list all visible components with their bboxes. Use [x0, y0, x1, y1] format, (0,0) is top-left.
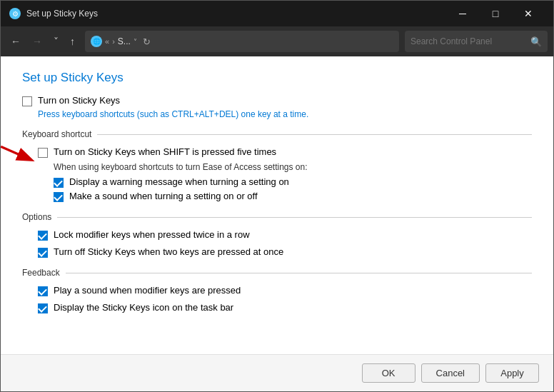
make-sound-checkbox[interactable]	[54, 192, 64, 202]
shortcut-label: Turn on Sticky Keys when SHIFT is presse…	[54, 146, 276, 157]
feedback-label: Feedback	[22, 268, 60, 278]
close-button[interactable]: ✕	[512, 1, 545, 26]
shortcut-checkbox[interactable]	[38, 148, 48, 158]
turn-on-section: Turn on Sticky Keys Press keyboard short…	[22, 95, 532, 119]
ok-button[interactable]: OK	[362, 363, 416, 383]
forward-button[interactable]: →	[28, 33, 46, 50]
content-area: Set up Sticky Keys Turn on Sticky Keys P…	[1, 56, 553, 354]
options-label: Options	[22, 212, 51, 222]
apply-button[interactable]: Apply	[485, 363, 539, 383]
address-arrow: ›	[112, 37, 115, 46]
make-sound-label: Make a sound when turning a setting on o…	[69, 191, 258, 201]
back-button[interactable]: ←	[6, 33, 25, 50]
address-dropdown-icon[interactable]: ˅	[134, 38, 137, 46]
play-sound-label: Play a sound when modifier keys are pres…	[54, 285, 241, 296]
when-using-label: When using keyboard shortcuts to turn Ea…	[54, 162, 532, 172]
hint-text: Press keyboard shortcuts (such as CTRL+A…	[38, 109, 532, 119]
divider-line-2	[57, 217, 532, 218]
address-chevrons: «	[105, 37, 109, 46]
feedback-section: Play a sound when modifier keys are pres…	[38, 285, 532, 313]
feedback-divider: Feedback	[22, 268, 532, 278]
turn-on-checkbox[interactable]	[22, 96, 32, 106]
search-input[interactable]	[411, 36, 526, 46]
keyboard-shortcut-section: Turn on Sticky Keys when SHIFT is presse…	[38, 146, 532, 202]
turn-off-sticky-row: Turn off Sticky Keys when two keys are p…	[38, 246, 532, 258]
display-icon-label: Display the Sticky Keys icon on the task…	[54, 302, 233, 313]
search-icon: 🔍	[530, 36, 542, 47]
play-sound-checkbox[interactable]	[38, 286, 48, 296]
address-bar: 🌐 « › S... ˅ ↻	[85, 31, 399, 52]
address-text: S...	[118, 36, 131, 46]
maximize-button[interactable]: □	[479, 1, 512, 26]
window-controls: ─ □ ✕	[446, 1, 545, 26]
turn-on-label: Turn on Sticky Keys	[38, 95, 120, 106]
shortcut-row: Turn on Sticky Keys when SHIFT is presse…	[38, 146, 532, 158]
refresh-button[interactable]: ↻	[143, 36, 151, 47]
turn-off-sticky-label: Turn off Sticky Keys when two keys are p…	[54, 246, 283, 257]
minimize-button[interactable]: ─	[446, 1, 479, 26]
address-globe-icon: 🌐	[91, 36, 102, 47]
keyboard-shortcut-divider: Keyboard shortcut	[22, 129, 532, 139]
turn-on-row: Turn on Sticky Keys	[22, 95, 532, 106]
lock-modifier-checkbox[interactable]	[38, 231, 48, 241]
up-button[interactable]: ↑	[66, 33, 79, 50]
lock-modifier-row: Lock modifier keys when pressed twice in…	[38, 229, 532, 241]
window-icon: ⚙	[9, 8, 21, 19]
display-warning-checkbox[interactable]	[54, 178, 64, 188]
turn-off-sticky-checkbox[interactable]	[38, 248, 48, 258]
display-icon-row: Display the Sticky Keys icon on the task…	[38, 302, 532, 313]
divider-line-3	[66, 273, 532, 273]
red-arrow-icon	[1, 143, 36, 166]
lock-modifier-label: Lock modifier keys when pressed twice in…	[54, 229, 250, 240]
svg-line-1	[1, 146, 31, 159]
options-section: Lock modifier keys when pressed twice in…	[38, 229, 532, 258]
nav-bar: ← → ˅ ↑ 🌐 « › S... ˅ ↻ 🔍	[1, 26, 553, 56]
display-icon-checkbox[interactable]	[38, 303, 48, 313]
search-bar[interactable]: 🔍	[405, 31, 548, 52]
recent-button[interactable]: ˅	[49, 33, 63, 50]
title-bar: ⚙ Set up Sticky Keys ─ □ ✕	[1, 1, 553, 26]
play-sound-row: Play a sound when modifier keys are pres…	[38, 285, 532, 296]
display-warning-label: Display a warning message when turning a…	[69, 176, 289, 187]
display-warning-row: Display a warning message when turning a…	[54, 176, 532, 188]
footer: OK Cancel Apply	[1, 354, 553, 391]
make-sound-row: Make a sound when turning a setting on o…	[54, 191, 532, 202]
divider-line-1	[97, 134, 532, 135]
page-title: Set up Sticky Keys	[22, 71, 532, 85]
window-title: Set up Sticky Keys	[26, 9, 446, 19]
cancel-button[interactable]: Cancel	[421, 363, 480, 383]
main-window: ⚙ Set up Sticky Keys ─ □ ✕ ← → ˅ ↑ 🌐 « ›…	[0, 0, 554, 392]
keyboard-shortcut-label: Keyboard shortcut	[22, 129, 91, 139]
options-divider: Options	[22, 212, 532, 222]
